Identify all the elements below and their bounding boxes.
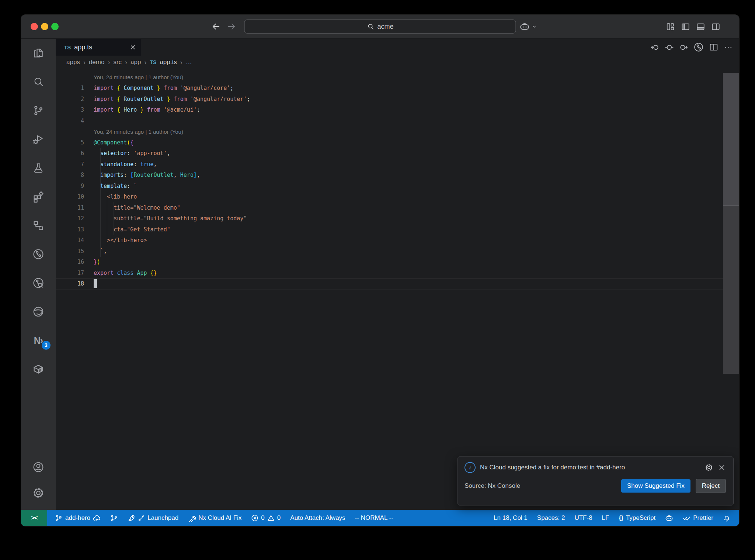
go-back-icon[interactable]	[211, 21, 221, 32]
line-content: @Component({	[94, 139, 133, 146]
line-content: imports: [RouterOutlet, Hero],	[94, 172, 200, 178]
activity-nx-console[interactable]: N›3	[21, 326, 56, 355]
close-tab-icon[interactable]	[129, 44, 136, 51]
notification-toast: i Nx Cloud suggested a fix for demo:test…	[457, 456, 734, 505]
notification-settings-gear-icon[interactable]	[704, 463, 713, 472]
code-line[interactable]: 11 title="Welcmoe demo"	[56, 202, 739, 213]
breadcrumb-item-src[interactable]: src	[113, 59, 122, 66]
line-content: import { RouterOutlet } from '@angular/r…	[94, 96, 250, 102]
command-center-search[interactable]: acme	[244, 20, 516, 34]
next-change-icon[interactable]	[679, 42, 689, 52]
close-window-button[interactable]	[31, 23, 38, 30]
code-editor[interactable]: You, 24 minutes ago | 1 author (You)1imp…	[56, 69, 739, 510]
breadcrumb-symbol-more[interactable]: …	[186, 59, 192, 66]
go-forward-icon[interactable]	[226, 21, 237, 32]
toggle-primary-sidebar-icon[interactable]	[681, 22, 690, 32]
code-line[interactable]: 12 subtitle="Build something amazing tod…	[56, 213, 739, 224]
activity-source-control[interactable]	[21, 96, 56, 125]
activity-containers[interactable]	[21, 355, 56, 384]
reject-button[interactable]: Reject	[696, 479, 726, 493]
customize-layout-icon[interactable]	[665, 22, 675, 32]
tab-app-ts[interactable]: TS app.ts	[56, 39, 141, 56]
status-encoding[interactable]: UTF-8	[574, 514, 592, 522]
code-line[interactable]: 10 <lib-hero	[56, 192, 739, 203]
status-indentation[interactable]: Spaces: 2	[537, 514, 565, 522]
breadcrumb-item-app[interactable]: app	[131, 59, 141, 66]
tab-bar: TS app.ts	[56, 39, 739, 56]
code-line[interactable]: 15 `,	[56, 246, 739, 257]
activity-settings[interactable]	[21, 480, 56, 506]
status-copilot-status[interactable]	[665, 514, 673, 522]
code-line[interactable]: 5@Component({	[56, 137, 739, 148]
gitlens-file-history-icon[interactable]	[693, 42, 704, 53]
activity-references[interactable]	[21, 211, 56, 240]
code-line[interactable]: 18	[56, 279, 739, 290]
breadcrumb-item-demo[interactable]: demo	[89, 59, 105, 66]
activity-search[interactable]	[21, 67, 56, 96]
status-prettier[interactable]: Prettier	[683, 514, 713, 522]
scrollbar-thumb[interactable]	[723, 73, 739, 206]
blame-annotation[interactable]: You, 24 minutes ago | 1 author (You)	[56, 126, 739, 137]
status-git-branch[interactable]: add-hero	[55, 514, 101, 522]
code-line[interactable]: 4	[56, 115, 739, 126]
status-vim-mode[interactable]: -- NORMAL --	[355, 514, 393, 522]
status-auto-attach[interactable]: Auto Attach: Always	[290, 514, 345, 522]
show-suggested-fix-button[interactable]: Show Suggested Fix	[621, 479, 690, 493]
toggle-panel-icon[interactable]	[696, 22, 706, 32]
braces-icon: {}	[619, 515, 623, 521]
breadcrumb: apps›demo›src›app›TSapp.ts›…	[56, 56, 739, 69]
code-line[interactable]: 7 standalone: true,	[56, 159, 739, 170]
blame-annotation[interactable]: You, 24 minutes ago | 1 author (You)	[56, 72, 739, 83]
copilot-menu[interactable]	[519, 15, 537, 38]
line-content	[94, 279, 97, 288]
line-content: template: `	[94, 183, 137, 189]
activity-gitlens-inspect[interactable]	[21, 269, 56, 297]
status-problems[interactable]: 00	[251, 514, 281, 522]
code-line[interactable]: 2import { RouterOutlet } from '@angular/…	[56, 94, 739, 105]
status-language-mode[interactable]: {}TypeScript	[619, 514, 655, 522]
info-icon: i	[465, 462, 476, 473]
split-editor-icon[interactable]	[709, 42, 719, 52]
activity-testing[interactable]	[21, 154, 56, 182]
code-line[interactable]: 16})	[56, 257, 739, 268]
status-eol[interactable]: LF	[602, 514, 609, 522]
minimize-window-button[interactable]	[41, 23, 48, 30]
code-line[interactable]: 13 cta="Get Started"	[56, 224, 739, 235]
status-cursor-position[interactable]: Ln 18, Col 1	[494, 514, 528, 522]
line-number: 18	[56, 280, 84, 287]
code-line[interactable]: 1import { Component } from '@angular/cor…	[56, 83, 739, 94]
status-notifications-bell[interactable]	[723, 514, 731, 522]
scrollbar-track[interactable]	[723, 206, 739, 374]
cloud-up-icon	[93, 514, 101, 522]
code-line[interactable]: 14 ></lib-hero>	[56, 235, 739, 246]
activity-extensions[interactable]	[21, 182, 56, 211]
activity-bottom	[21, 454, 56, 510]
zoom-window-button[interactable]	[51, 23, 59, 30]
code-line[interactable]: 6 selector: 'app-root',	[56, 148, 739, 159]
remote-indicator[interactable]: ><	[21, 510, 47, 526]
activity-explorer[interactable]	[21, 39, 56, 67]
activity-edge-tools[interactable]	[21, 297, 56, 326]
notification-close-icon[interactable]	[718, 463, 726, 472]
code-line[interactable]: 9 template: `	[56, 181, 739, 192]
typescript-file-icon: TS	[64, 44, 71, 50]
status-label: Spaces: 2	[537, 514, 565, 522]
activity-gitlens[interactable]	[21, 240, 56, 269]
activity-run-debug[interactable]	[21, 125, 56, 154]
code-line[interactable]: 3import { Hero } from '@acme/ui';	[56, 105, 739, 116]
status-nx-cloud-ai-fix[interactable]: Nx Cloud AI Fix	[188, 514, 241, 522]
activity-accounts[interactable]	[21, 454, 56, 480]
line-number: 2	[56, 96, 84, 102]
previous-change-icon[interactable]	[650, 42, 660, 52]
line-number: 14	[56, 237, 84, 244]
current-change-icon[interactable]	[664, 42, 674, 52]
titlebar: acme	[21, 15, 739, 39]
breadcrumb-file[interactable]: app.ts	[160, 59, 177, 66]
breadcrumb-item-apps[interactable]: apps	[66, 59, 80, 66]
code-line[interactable]: 17export class App {}	[56, 267, 739, 279]
more-actions-icon[interactable]	[723, 42, 733, 52]
code-line[interactable]: 8 imports: [RouterOutlet, Hero],	[56, 170, 739, 181]
status-commit-graph[interactable]	[110, 514, 118, 522]
toggle-secondary-sidebar-icon[interactable]	[711, 22, 721, 32]
status-launchpad[interactable]: Launchpad	[128, 514, 178, 522]
